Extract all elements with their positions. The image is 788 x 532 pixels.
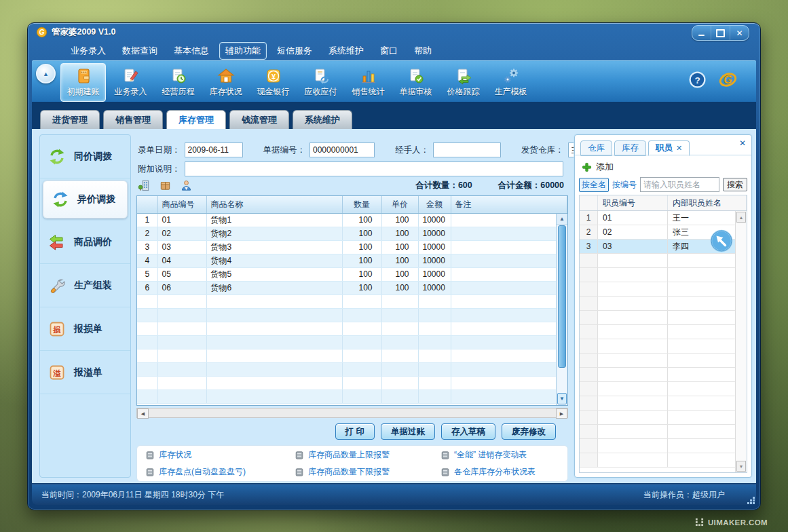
scroll-up-icon[interactable]: ▲ xyxy=(557,214,567,225)
search-button[interactable]: 搜索 xyxy=(723,178,747,191)
report-link[interactable]: 库存盘点(自动盘盈盘亏) xyxy=(145,466,295,478)
sidebar-item[interactable]: 生产组装 xyxy=(40,264,130,307)
report-link[interactable]: 库存商品数量上限报警 xyxy=(295,449,440,461)
table-row[interactable] xyxy=(137,362,567,376)
building-icon[interactable] xyxy=(138,179,151,192)
module-tab[interactable]: 销售管理 xyxy=(103,110,163,129)
staff-scrollbar[interactable]: ▲ ▼ xyxy=(735,211,747,472)
tab-close-icon[interactable]: ✕ xyxy=(676,144,682,153)
sidebar-item[interactable]: 损 报损单 xyxy=(40,307,130,351)
date-input[interactable] xyxy=(185,142,243,157)
table-row[interactable] xyxy=(580,411,747,425)
table-row[interactable] xyxy=(580,325,747,339)
menu-item[interactable]: 辅助功能 xyxy=(219,42,267,60)
minimize-button[interactable] xyxy=(692,26,711,40)
toolbar-button[interactable]: 初期建账 xyxy=(60,63,106,102)
menu-item[interactable]: 基本信息 xyxy=(168,42,215,60)
table-row[interactable]: 303货物310010010000 xyxy=(137,240,567,254)
toolbar-button[interactable]: 价格跟踪 xyxy=(440,63,486,102)
report-link[interactable]: 各仓库库存分布状况表 xyxy=(440,466,567,478)
table-row[interactable] xyxy=(137,322,567,335)
table-row[interactable]: 101货物110010010000 xyxy=(137,213,567,227)
table-row[interactable] xyxy=(137,294,567,308)
table-row[interactable] xyxy=(137,349,567,362)
table-row[interactable] xyxy=(580,382,747,396)
table-row[interactable]: 202货物210010010000 xyxy=(137,227,567,240)
sidebar-item[interactable]: 商品调价 xyxy=(40,221,130,264)
table-row[interactable] xyxy=(580,297,747,311)
doc-no-input[interactable] xyxy=(309,142,375,157)
table-row[interactable] xyxy=(580,339,747,354)
toolbar-button[interactable]: 经营历程 xyxy=(155,63,201,102)
note-input[interactable] xyxy=(185,162,563,176)
maximize-button[interactable] xyxy=(711,26,730,40)
toolbar-button[interactable]: 单据审核 xyxy=(393,63,438,102)
vertical-scrollbar[interactable]: ▲ ▼ xyxy=(556,214,567,405)
table-row[interactable]: 101王一 xyxy=(580,211,747,225)
toolbar-button[interactable]: 库存状况 xyxy=(203,63,248,102)
table-row[interactable] xyxy=(580,282,747,297)
table-row[interactable] xyxy=(580,254,747,268)
menu-item[interactable]: 短信服务 xyxy=(271,42,318,60)
module-tab[interactable]: 钱流管理 xyxy=(229,110,289,129)
lookup-tab[interactable]: 仓库 ✕ xyxy=(580,140,612,156)
module-tab[interactable]: 库存管理 xyxy=(166,110,226,129)
person-icon[interactable] xyxy=(180,179,193,192)
filter-by-code[interactable]: 按编号 xyxy=(612,179,637,191)
table-row[interactable] xyxy=(580,396,747,411)
add-button[interactable]: 添加 xyxy=(582,161,614,173)
lookup-tab[interactable]: 库存 ✕ xyxy=(614,140,646,156)
menu-item[interactable]: 业务录入 xyxy=(64,42,112,60)
action-button[interactable]: 单据过账 xyxy=(381,423,435,440)
toolbar-button[interactable]: 生产模板 xyxy=(488,63,533,102)
toolbar-button[interactable]: ¥ 现金银行 xyxy=(250,63,296,102)
scroll-down-icon[interactable]: ▼ xyxy=(736,461,746,472)
table-row[interactable] xyxy=(580,425,747,439)
action-button[interactable]: 存入草稿 xyxy=(441,423,495,440)
table-row[interactable] xyxy=(580,368,747,382)
sidebar-item[interactable]: 同价调拨 xyxy=(40,135,130,178)
toolbar-button[interactable]: 业务录入 xyxy=(108,63,153,102)
toolbar-button[interactable]: 应收应付 xyxy=(298,63,343,102)
module-tab[interactable]: 系统维护 xyxy=(293,110,352,129)
table-row[interactable] xyxy=(137,376,567,390)
scrollbar-thumb[interactable] xyxy=(558,225,566,368)
toolbar-button[interactable]: 销售统计 xyxy=(345,63,391,102)
menu-item[interactable]: 窗口 xyxy=(374,42,404,60)
table-row[interactable] xyxy=(580,453,747,468)
search-input[interactable] xyxy=(640,177,719,192)
panel-close-icon[interactable]: ✕ xyxy=(739,138,746,148)
close-button[interactable]: ✕ xyxy=(730,26,749,40)
scroll-up-icon[interactable]: ▲ xyxy=(736,212,746,223)
scroll-left-icon[interactable]: ◀ xyxy=(137,408,149,419)
sidebar-item[interactable]: 异价调拨 xyxy=(43,180,128,218)
report-link[interactable]: “全能” 进销存变动表 xyxy=(440,449,567,461)
menu-item[interactable]: 数据查询 xyxy=(116,42,164,60)
action-button[interactable]: 打 印 xyxy=(335,423,375,440)
menu-item[interactable]: 系统维护 xyxy=(322,42,370,60)
lookup-tab[interactable]: 职员 ✕ xyxy=(648,140,690,156)
resize-grip-icon[interactable] xyxy=(747,497,749,499)
table-row[interactable] xyxy=(580,311,747,325)
filter-by-name[interactable]: 按全名 xyxy=(579,178,609,192)
parcel-icon[interactable] xyxy=(159,179,172,192)
sidebar-item[interactable]: 溢 报溢单 xyxy=(40,351,130,394)
table-row[interactable]: 505货物510010010000 xyxy=(137,267,567,281)
table-row[interactable] xyxy=(137,390,567,403)
table-row[interactable] xyxy=(580,268,747,282)
table-row[interactable] xyxy=(137,335,567,349)
table-row[interactable] xyxy=(137,308,567,322)
table-row[interactable] xyxy=(580,439,747,453)
module-tab[interactable]: 进货管理 xyxy=(40,110,100,129)
collapse-toolbar-button[interactable]: ▲ xyxy=(36,64,56,83)
horizontal-scrollbar[interactable]: ◀ ▶ xyxy=(136,408,568,418)
handler-input[interactable] xyxy=(433,142,501,157)
table-row[interactable]: 404货物410010010000 xyxy=(137,254,567,267)
table-row[interactable] xyxy=(580,354,747,368)
report-link[interactable]: 库存商品数量下限报警 xyxy=(295,466,440,478)
scroll-down-icon[interactable]: ▼ xyxy=(557,393,567,404)
scroll-right-icon[interactable]: ▶ xyxy=(556,408,567,419)
help-icon[interactable]: ? xyxy=(688,71,707,89)
menu-item[interactable]: 帮助 xyxy=(408,42,438,60)
action-button[interactable]: 废弃修改 xyxy=(502,423,556,440)
